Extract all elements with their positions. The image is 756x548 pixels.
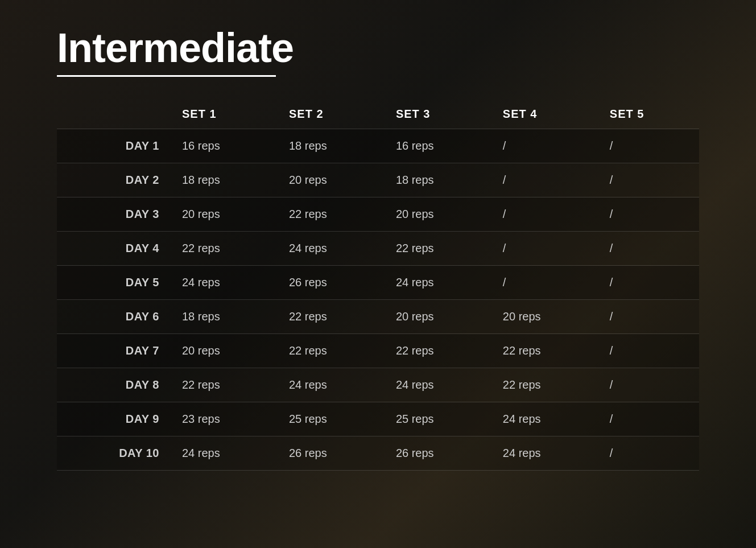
cell-set1-row6: 18 reps	[171, 300, 278, 334]
cell-set5-row3: /	[598, 197, 699, 232]
cell-set4-row9: 24 reps	[491, 402, 598, 436]
cell-set4-row1: /	[491, 129, 598, 163]
cell-set5-row2: /	[598, 163, 699, 197]
cell-set2-row2: 20 reps	[278, 163, 385, 197]
cell-set5-row10: /	[598, 436, 699, 471]
cell-set4-row7: 22 reps	[491, 334, 598, 368]
cell-set2-row10: 26 reps	[278, 436, 385, 471]
workout-table: SET 1 SET 2 SET 3 SET 4 SET 5 DAY 116 re…	[57, 100, 699, 471]
cell-set2-row5: 26 reps	[278, 266, 385, 300]
cell-day-row6: DAY 6	[57, 300, 171, 334]
cell-set3-row4: 22 reps	[385, 232, 491, 266]
cell-set3-row9: 25 reps	[385, 402, 491, 436]
cell-set3-row10: 26 reps	[385, 436, 491, 471]
table-row: DAY 720 reps22 reps22 reps22 reps/	[57, 334, 699, 368]
cell-set4-row4: /	[491, 232, 598, 266]
cell-set4-row3: /	[491, 197, 598, 232]
cell-set1-row3: 20 reps	[171, 197, 278, 232]
cell-day-row9: DAY 9	[57, 402, 171, 436]
cell-set1-row10: 24 reps	[171, 436, 278, 471]
cell-set3-row8: 24 reps	[385, 368, 491, 402]
page-title: Intermediate	[57, 26, 699, 71]
cell-set4-row8: 22 reps	[491, 368, 598, 402]
col-header-set5: SET 5	[598, 100, 699, 129]
cell-day-row4: DAY 4	[57, 232, 171, 266]
cell-set5-row6: /	[598, 300, 699, 334]
cell-set1-row5: 24 reps	[171, 266, 278, 300]
cell-set1-row4: 22 reps	[171, 232, 278, 266]
cell-set1-row7: 20 reps	[171, 334, 278, 368]
cell-set2-row6: 22 reps	[278, 300, 385, 334]
cell-set1-row8: 22 reps	[171, 368, 278, 402]
cell-set4-row6: 20 reps	[491, 300, 598, 334]
col-header-set2: SET 2	[278, 100, 385, 129]
cell-set2-row7: 22 reps	[278, 334, 385, 368]
cell-set1-row1: 16 reps	[171, 129, 278, 163]
col-header-day	[57, 100, 171, 129]
main-content: Intermediate SET 1 SET 2 SET 3 SET 4 SET…	[0, 0, 756, 505]
cell-day-row8: DAY 8	[57, 368, 171, 402]
cell-day-row7: DAY 7	[57, 334, 171, 368]
cell-set3-row1: 16 reps	[385, 129, 491, 163]
cell-day-row10: DAY 10	[57, 436, 171, 471]
table-row: DAY 1024 reps26 reps26 reps24 reps/	[57, 436, 699, 471]
cell-set2-row4: 24 reps	[278, 232, 385, 266]
cell-set4-row2: /	[491, 163, 598, 197]
col-header-set1: SET 1	[171, 100, 278, 129]
cell-day-row5: DAY 5	[57, 266, 171, 300]
cell-set4-row10: 24 reps	[491, 436, 598, 471]
cell-set5-row9: /	[598, 402, 699, 436]
cell-set1-row9: 23 reps	[171, 402, 278, 436]
col-header-set4: SET 4	[491, 100, 598, 129]
cell-set4-row5: /	[491, 266, 598, 300]
cell-day-row1: DAY 1	[57, 129, 171, 163]
table-row: DAY 923 reps25 reps25 reps24 reps/	[57, 402, 699, 436]
cell-set2-row8: 24 reps	[278, 368, 385, 402]
cell-set3-row3: 20 reps	[385, 197, 491, 232]
table-row: DAY 822 reps24 reps24 reps22 reps/	[57, 368, 699, 402]
cell-day-row2: DAY 2	[57, 163, 171, 197]
cell-set1-row2: 18 reps	[171, 163, 278, 197]
cell-set5-row8: /	[598, 368, 699, 402]
table-header-row: SET 1 SET 2 SET 3 SET 4 SET 5	[57, 100, 699, 129]
table-row: DAY 422 reps24 reps22 reps//	[57, 232, 699, 266]
title-underline	[57, 75, 276, 77]
cell-set2-row1: 18 reps	[278, 129, 385, 163]
cell-day-row3: DAY 3	[57, 197, 171, 232]
table-row: DAY 218 reps20 reps18 reps//	[57, 163, 699, 197]
col-header-set3: SET 3	[385, 100, 491, 129]
cell-set3-row2: 18 reps	[385, 163, 491, 197]
cell-set5-row7: /	[598, 334, 699, 368]
cell-set3-row6: 20 reps	[385, 300, 491, 334]
cell-set5-row5: /	[598, 266, 699, 300]
cell-set2-row9: 25 reps	[278, 402, 385, 436]
cell-set3-row7: 22 reps	[385, 334, 491, 368]
table-row: DAY 116 reps18 reps16 reps//	[57, 129, 699, 163]
table-row: DAY 618 reps22 reps20 reps20 reps/	[57, 300, 699, 334]
table-row: DAY 524 reps26 reps24 reps//	[57, 266, 699, 300]
cell-set2-row3: 22 reps	[278, 197, 385, 232]
cell-set3-row5: 24 reps	[385, 266, 491, 300]
cell-set5-row1: /	[598, 129, 699, 163]
table-row: DAY 320 reps22 reps20 reps//	[57, 197, 699, 232]
cell-set5-row4: /	[598, 232, 699, 266]
